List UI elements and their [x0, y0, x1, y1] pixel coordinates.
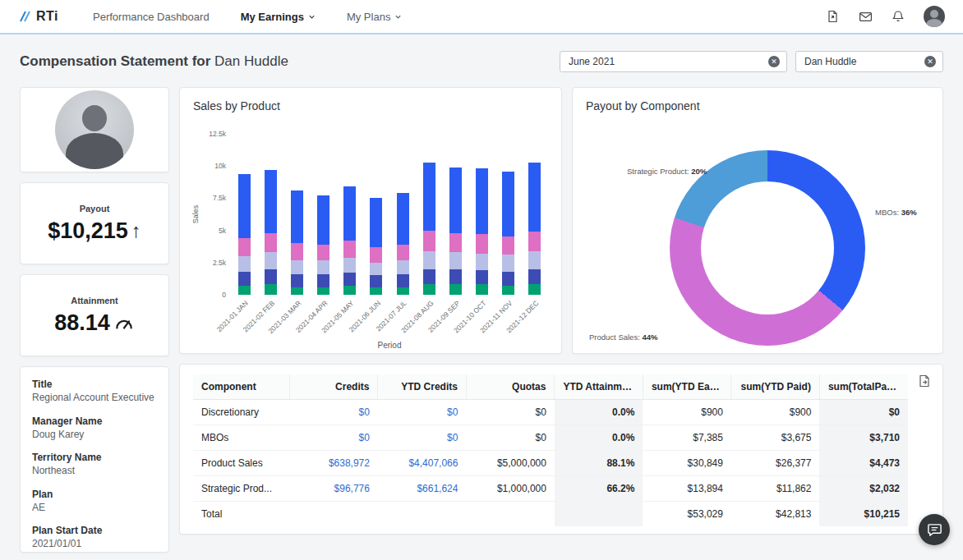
bar-segment-blue	[449, 168, 462, 233]
bar-segment-green	[343, 286, 356, 295]
table-cell: $900	[731, 400, 820, 425]
user-avatar[interactable]	[924, 6, 945, 27]
bar-segment-green	[317, 287, 329, 295]
table-cell[interactable]: $4,407,066	[378, 451, 467, 476]
payout-value: $10,215 ↑	[48, 218, 141, 244]
bar-segment-pink	[370, 247, 382, 263]
bar-segment-pink	[265, 233, 277, 253]
bar-segment-indigo	[449, 269, 462, 285]
table-cell[interactable]: $661,624	[378, 476, 467, 502]
table-cell[interactable]: $0	[289, 400, 378, 425]
bar[interactable]	[495, 134, 522, 295]
report-export-icon[interactable]	[825, 9, 840, 24]
table-cell[interactable]: $0	[378, 425, 467, 451]
plot-area: 2021-01 JAN2021-02 FEB2021-03 MAR2021-04…	[231, 134, 548, 341]
chart-title: Payout by Component	[586, 99, 929, 112]
profile-photo-card	[20, 87, 169, 172]
table-row: Product Sales$638,972$4,407,066$5,000,00…	[193, 451, 908, 476]
bell-icon[interactable]	[891, 9, 905, 24]
bar[interactable]	[416, 134, 442, 295]
bar-segment-indigo	[370, 275, 382, 287]
bar[interactable]	[283, 134, 310, 295]
table-cell[interactable]: $96,776	[289, 476, 378, 502]
nav-item-my-earnings[interactable]: My Earnings	[241, 11, 316, 23]
table-cell[interactable]: $0	[289, 425, 378, 451]
column-header[interactable]: YTD Attainment	[555, 374, 643, 400]
clear-icon[interactable]: ✕	[924, 56, 936, 67]
bar-segment-lavender	[238, 256, 251, 272]
page-header: Compensation Statement for Dan Huddle Ju…	[20, 51, 943, 72]
bar-segment-pink	[502, 236, 514, 255]
nav-item-performance-dashboard[interactable]: Performance Dashboard	[93, 11, 210, 23]
detail-item: PlanAE	[32, 489, 157, 515]
bar-segment-green	[423, 284, 435, 295]
table-cell: 0.0%	[555, 425, 643, 451]
detail-label: Plan Start Date	[32, 525, 157, 536]
table-cell: Product Sales	[193, 451, 289, 476]
chat-fab-button[interactable]	[919, 514, 950, 545]
table-cell: Discretionary	[193, 400, 289, 425]
bar-segment-blue	[343, 186, 356, 241]
up-arrow-icon: ↑	[131, 219, 141, 242]
bar-segment-pink	[291, 243, 303, 259]
column-header[interactable]: Credits	[289, 374, 378, 400]
bar-segment-green	[238, 286, 251, 295]
bar-segment-lavender	[449, 252, 462, 269]
bar[interactable]	[442, 134, 468, 295]
detail-value: AE	[32, 502, 157, 515]
bars	[231, 134, 548, 295]
period-filter-input[interactable]: June 2021 ✕	[560, 51, 787, 72]
bar[interactable]	[231, 134, 257, 295]
table-cell: $7,385	[643, 425, 731, 451]
table-cell: Total	[193, 502, 289, 527]
y-tick-label: 7.5k	[213, 194, 226, 202]
nav-item-label: Performance Dashboard	[93, 11, 210, 23]
table-cell: $10,215	[819, 502, 908, 527]
bar-segment-lavender	[528, 251, 541, 269]
chevron-down-icon	[394, 13, 402, 21]
bar-segment-blue	[502, 172, 514, 237]
column-header[interactable]: sum(YTD Earn...	[643, 374, 731, 400]
payee-details-list: TitleRegional Account ExecutiveManager N…	[32, 379, 157, 551]
bar[interactable]	[337, 134, 363, 295]
mail-icon[interactable]	[858, 9, 873, 24]
bar[interactable]	[522, 134, 548, 295]
payee-filter-input[interactable]: Dan Huddle ✕	[795, 51, 943, 72]
chevron-down-icon	[308, 13, 316, 21]
bar-segment-pink	[476, 234, 488, 254]
column-header[interactable]: sum(YTD Paid)	[731, 374, 820, 400]
table-row: Strategic Prod...$96,776$661,624$1,000,0…	[193, 476, 908, 502]
nav-item-my-plans[interactable]: My Plans	[347, 11, 402, 23]
bar-segment-green	[265, 284, 277, 295]
detail-label: Territory Name	[32, 452, 157, 463]
column-header[interactable]: Component	[193, 374, 289, 400]
bar[interactable]	[363, 134, 389, 295]
bar[interactable]	[389, 134, 416, 295]
bar-segment-blue	[476, 168, 488, 234]
bar-segment-indigo	[238, 272, 251, 286]
y-tick-label: 0	[222, 291, 226, 299]
payout-card: Payout $10,215 ↑	[20, 182, 169, 264]
nav-item-label: My Earnings	[241, 11, 304, 23]
clear-icon[interactable]: ✕	[768, 56, 780, 67]
bar[interactable]	[257, 134, 283, 295]
table-export-icon[interactable]	[918, 374, 933, 389]
donut-ring[interactable]	[670, 150, 865, 346]
column-header[interactable]: sum(TotalPayo...	[819, 374, 908, 400]
y-axis-title: Sales	[193, 134, 205, 295]
detail-label: Manager Name	[32, 415, 157, 427]
table-cell[interactable]: $0	[378, 400, 467, 425]
app-logo[interactable]: RTi	[18, 9, 58, 24]
detail-label: Title	[32, 379, 157, 390]
chart-title: Sales by Product	[193, 99, 548, 112]
column-header[interactable]: Quotas	[466, 374, 555, 400]
table-cell[interactable]: $638,972	[289, 451, 378, 476]
detail-item: TitleRegional Account Executive	[32, 379, 157, 405]
donut-callout-mbos: MBOs: 36%	[875, 208, 917, 217]
bar[interactable]	[311, 134, 337, 295]
component-table-card: ComponentCreditsYTD CreditsQuotasYTD Att…	[179, 364, 943, 535]
column-header[interactable]: YTD Credits	[378, 374, 467, 400]
period-filter-value: June 2021	[569, 56, 615, 67]
bar-segment-green	[291, 287, 303, 295]
bar[interactable]	[469, 134, 495, 295]
